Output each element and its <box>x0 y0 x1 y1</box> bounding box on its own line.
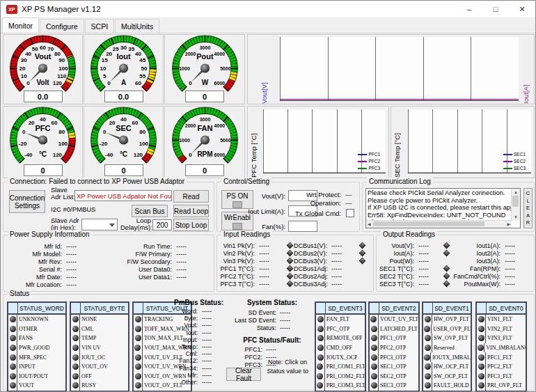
system-status-value[interactable]: ----- <box>276 317 290 324</box>
status-row: USER_OVP_FLT <box>423 324 471 334</box>
reading-label: Mfr Id: <box>8 243 62 250</box>
status-label: SEC3_OTP <box>379 382 407 389</box>
scroll-right-icon[interactable]: ▶ <box>507 222 510 226</box>
tab-monitor[interactable]: Monitor <box>2 17 39 33</box>
status-row: PRI_COM2_FLT <box>316 372 365 382</box>
status-table-SD_EVENT1: SD_EVENT1HW_OVP_FLTUSER_OVP_FLTSW_OVP_FL… <box>422 301 472 392</box>
minimize-button[interactable]: – <box>456 1 482 17</box>
scan-bus-button[interactable]: Scan Bus <box>132 205 168 217</box>
pmbus-value[interactable]: ----- <box>198 322 212 329</box>
fan-set-field[interactable] <box>288 221 317 232</box>
reading-row: Vin3 Pk(V):----- <box>220 257 292 265</box>
pmbus-row: Vout:----- <box>174 322 228 329</box>
clear-button-letter: E <box>526 205 530 211</box>
reading-label: FanCmd/Ctrl(%): <box>445 273 500 280</box>
reading-label: Serial #: <box>8 266 62 273</box>
status-row: PFC1_FLT <box>477 352 526 362</box>
pmbus-value[interactable]: ----- <box>198 336 212 343</box>
read-button[interactable]: Read <box>173 190 209 203</box>
reading-row: User Data1:----- <box>108 273 204 281</box>
reading-label: Mfr Rev: <box>8 258 62 265</box>
pmbus-value[interactable]: ----- <box>198 315 212 322</box>
status-label: VIN2_FLT <box>486 326 512 332</box>
system-status-value[interactable]: ----- <box>276 309 290 316</box>
system-status-block: System Status: SD Event:-----Last SD Eve… <box>232 299 313 368</box>
reading-label: Vin1 Pk(V): <box>220 242 255 249</box>
status-led <box>371 354 377 361</box>
pmbus-value[interactable]: ----- <box>198 365 212 372</box>
legend-color-bar <box>358 161 367 162</box>
pmbus-value[interactable]: ----- <box>198 357 212 364</box>
connection-group: Connection: Failed to connect to XP Powe… <box>3 182 214 232</box>
system-status-value[interactable]: ----- <box>276 324 290 331</box>
indicator-diamond <box>359 242 366 249</box>
led-cell <box>316 362 325 372</box>
loop-delay-field[interactable]: 200 <box>152 219 172 230</box>
status-led <box>317 316 324 322</box>
scroll-left-icon[interactable]: ◀ <box>368 222 371 226</box>
led-cell <box>8 334 17 343</box>
reading-value: ----- <box>414 242 438 249</box>
clear-fault-button[interactable]: Clear Fault <box>226 368 261 381</box>
status-label: VOUT <box>17 382 34 389</box>
reading-value: ----- <box>62 243 97 250</box>
comm-log-textarea[interactable]: Please check PICkit Serial Analyzer conn… <box>365 188 521 228</box>
status-row: PFC_OTP <box>316 324 365 334</box>
status-label: PFC_OTP <box>325 326 349 332</box>
scroll-down-icon[interactable]: ▼ <box>514 215 518 219</box>
led-cell <box>477 372 486 382</box>
system-status-label: Status: <box>232 324 276 331</box>
vertical-scrollbar[interactable]: ▲ ▼ <box>511 189 520 221</box>
hscroll-thumb[interactable] <box>373 221 484 226</box>
tx-global-checkbox[interactable] <box>346 209 354 217</box>
scroll-up-icon[interactable]: ▲ <box>514 190 518 194</box>
status-row: HW_OCP_FLT <box>423 362 471 372</box>
window-title: XP PS Manager v1.12 <box>22 5 101 13</box>
status-row: REMOTE_OFF <box>316 334 365 343</box>
pmbus-value[interactable]: ----- <box>198 343 212 350</box>
stop-loop-button[interactable]: Stop Loop <box>173 219 209 231</box>
svg-text:-40: -40 <box>24 152 33 158</box>
tab-multiunits[interactable]: MultiUnits <box>115 19 159 33</box>
tab-configure[interactable]: Configure <box>40 19 84 33</box>
slave-adr-list-field[interactable]: XP Power USB Adpator Not Found <box>74 190 172 201</box>
vscroll-thumb[interactable] <box>512 196 519 207</box>
pfc-status-value[interactable]: ----- <box>262 346 276 353</box>
connection-settings-button[interactable]: Connection Settings <box>9 190 45 213</box>
gauge-hub <box>38 135 47 144</box>
status-row: PRI_OVP_FLT <box>477 381 526 391</box>
pmbus-value[interactable]: ----- <box>198 379 212 386</box>
pmbus-value[interactable]: ----- <box>198 329 212 336</box>
clear-log-button[interactable]: CLEAR <box>523 188 533 228</box>
pmbus-value[interactable]: ----- <box>198 350 212 357</box>
svg-text:0: 0 <box>189 80 192 86</box>
indicator-diamond <box>287 265 294 272</box>
svg-text:4000: 4000 <box>214 123 225 128</box>
comm-log-title: Communication Log <box>367 178 433 185</box>
status-label: CML <box>80 326 93 332</box>
reading-label: DCBus2Adj: <box>294 273 327 280</box>
status-row: MFR_SPEC <box>8 352 65 362</box>
status-label: IOUT_OC <box>80 354 105 361</box>
close-button[interactable]: ✕ <box>509 1 535 17</box>
read-loop-button[interactable]: Read Loop <box>173 205 209 217</box>
status-led <box>478 354 484 361</box>
tab-scpi[interactable]: SCPI <box>85 19 115 33</box>
svg-text:1000: 1000 <box>179 66 190 71</box>
gauge-value-sec: 0 <box>104 164 143 176</box>
svg-text:0: 0 <box>26 80 30 86</box>
led-cell <box>423 315 432 324</box>
pmbus-value[interactable]: ----- <box>198 308 212 315</box>
status-row: PFC1_OTP <box>370 334 418 343</box>
horizontal-scrollbar[interactable]: ◀ ▶ <box>366 220 512 228</box>
status-label: IOUT/POUT <box>17 373 48 379</box>
maximize-button[interactable]: □ <box>482 1 509 17</box>
svg-text:30: 30 <box>21 57 27 63</box>
status-row: PFC2_FLT <box>477 362 526 372</box>
input-readings-title: Input Readings <box>221 230 272 238</box>
led-cell <box>423 324 432 334</box>
slave-adr-dropdown[interactable] <box>81 219 118 230</box>
svg-text:FAN: FAN <box>197 124 212 132</box>
status-led <box>10 335 16 341</box>
pmbus-value[interactable]: ----- <box>198 372 212 379</box>
